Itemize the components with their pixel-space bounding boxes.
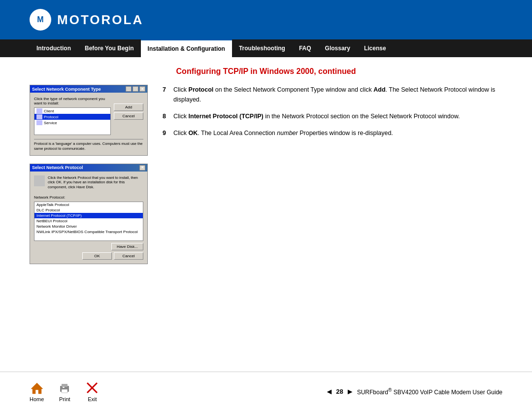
protocol-icon (36, 114, 42, 119)
list-item-protocol[interactable]: Protocol (34, 114, 110, 120)
client-label: Client (44, 109, 54, 113)
motorola-symbol: M (30, 9, 51, 31)
netmonitor-item[interactable]: Network Monitor Driver (34, 224, 143, 229)
nav-item-installation[interactable]: Installation & Configuration (141, 39, 232, 57)
step-7-text: Click Protocol on the Select Network Com… (173, 85, 502, 104)
svg-marker-2 (31, 383, 43, 394)
prev-page-arrow[interactable]: ◄ (326, 387, 333, 396)
guide-title: SURFboard® SBV4200 VoIP Cable Modem User… (357, 387, 502, 396)
dlc-label: DLC Protocol (36, 208, 60, 212)
motorola-logo: M MOTOROLA (30, 9, 143, 31)
dialog2-protocol-label: Network Protocol: (34, 195, 143, 200)
dialog-network-component: Select Network Component Type _ □ ✕ Clic… (30, 85, 148, 156)
page-number: 28 (336, 388, 343, 395)
dialog1-title: Select Network Component Type (32, 87, 101, 92)
nav-item-introduction[interactable]: Introduction (30, 39, 78, 57)
have-disk-button[interactable]: Have Disk... (111, 243, 143, 250)
page-title: Configuring TCP/IP in Windows 2000, cont… (30, 67, 502, 76)
print-nav-item[interactable]: Print (58, 381, 71, 402)
next-page-arrow[interactable]: ► (346, 387, 354, 396)
dialog1-listbox[interactable]: Client Protocol Service (34, 107, 111, 135)
nav-item-troubleshooting[interactable]: Troubleshooting (232, 39, 292, 57)
print-icon (58, 381, 71, 395)
netmonitor-label: Network Monitor Driver (36, 224, 77, 229)
footer: Home Print (0, 372, 532, 411)
svg-rect-5 (62, 389, 67, 393)
dlc-item[interactable]: DLC Protocol (34, 207, 143, 213)
print-label: Print (59, 396, 70, 402)
nav-item-faq[interactable]: FAQ (292, 39, 318, 57)
dialog2-info: Click the Network Protocol that you want… (48, 175, 143, 190)
header: M MOTOROLA (0, 0, 532, 39)
step-8-text: Click Internet Protocol (TCP/IP) in the … (173, 111, 502, 121)
home-icon (30, 381, 44, 395)
dialog1-label: Click the type of network component you … (34, 97, 111, 105)
dialog2-cancel-button[interactable]: Cancel (114, 252, 143, 260)
svg-rect-6 (63, 387, 65, 388)
add-button[interactable]: Add (114, 103, 143, 111)
nav-item-before-you-begin[interactable]: Before You Begin (78, 39, 141, 57)
guide-model-text: SBV4200 VoIP Cable Modem User Guide (394, 389, 502, 396)
svg-rect-4 (62, 384, 67, 387)
home-nav-item[interactable]: Home (30, 381, 44, 402)
dialog2-close-button[interactable]: ✕ (139, 165, 145, 171)
list-item-service[interactable]: Service (34, 120, 110, 126)
nav-item-license[interactable]: License (357, 39, 393, 57)
service-label: Service (44, 121, 57, 125)
exit-icon (85, 381, 99, 395)
step-8: 8 Click Internet Protocol (TCP/IP) in th… (163, 111, 502, 121)
motorola-logo-text: MOTOROLA (57, 12, 143, 28)
screenshots-column: Select Network Component Type _ □ ✕ Clic… (30, 85, 148, 363)
dialog1-body: Click the type of network component you … (30, 93, 147, 155)
nwlink-label: NWLink IPX/SPX/NetBIOS Compatible Transp… (36, 230, 137, 234)
nav-item-glossary[interactable]: Glossary (318, 39, 357, 57)
client-icon (36, 108, 42, 113)
dialog2-title: Select Network Protocol (32, 165, 83, 170)
svg-text:M: M (37, 15, 43, 24)
appletalk-item[interactable]: AppleTalk Protocol (34, 202, 143, 207)
dialog2-listbox[interactable]: AppleTalk Protocol DLC Protocol Internet… (34, 202, 143, 241)
surfboard-text: SURFboard (357, 389, 388, 396)
main-content: Select Network Component Type _ □ ✕ Clic… (30, 85, 502, 363)
netbeui-item[interactable]: NetBEUI Protocol (34, 218, 143, 224)
dialog2-titlebar: Select Network Protocol ✕ (30, 164, 147, 171)
netbeui-label: NetBEUI Protocol (36, 219, 67, 223)
tcpip-item[interactable]: Internet Protocol (TCP/IP) (34, 213, 143, 218)
footer-nav-icons: Home Print (30, 381, 128, 402)
list-item-client[interactable]: Client (34, 108, 110, 114)
step-7: 7 Click Protocol on the Select Network C… (163, 85, 502, 104)
nwlink-item[interactable]: NWLink IPX/SPX/NetBIOS Compatible Transp… (34, 229, 143, 235)
exit-label: Exit (88, 396, 97, 402)
dialog-network-protocol: Select Network Protocol ✕ Click the Netw… (30, 164, 148, 264)
dialog1-description: Protocol is a 'language' a computer uses… (34, 139, 143, 151)
minimize-button[interactable]: _ (126, 86, 132, 92)
dialog2-icon (34, 175, 45, 186)
ok-button[interactable]: OK (82, 252, 112, 260)
dialog2-body: Click the Network Protocol that you want… (30, 171, 147, 264)
tcpip-label: Internet Protocol (TCP/IP) (36, 213, 82, 218)
close-button[interactable]: ✕ (139, 86, 145, 92)
appletalk-label: AppleTalk Protocol (36, 203, 69, 207)
home-label: Home (30, 396, 44, 402)
registered-mark: ® (388, 387, 392, 393)
step-8-num: 8 (163, 111, 169, 121)
content-area: Configuring TCP/IP in Windows 2000, cont… (0, 57, 532, 368)
protocol-label: Protocol (44, 115, 58, 119)
service-icon (36, 120, 42, 125)
have-disk-container: Have Disk... (34, 243, 143, 250)
dialog2-window-controls: ✕ (139, 165, 145, 171)
dialog1-titlebar: Select Network Component Type _ □ ✕ (30, 85, 147, 93)
step-9: 9 Click OK. The Local Area Connection nu… (163, 128, 502, 138)
instructions-column: 7 Click Protocol on the Select Network C… (163, 85, 502, 363)
exit-nav-item[interactable]: Exit (85, 381, 99, 402)
maximize-button[interactable]: □ (133, 86, 138, 92)
dialog1-window-controls: _ □ ✕ (126, 86, 145, 92)
step-9-text: Click OK. The Local Area Connection numb… (173, 128, 502, 138)
step-9-num: 9 (163, 128, 169, 138)
step-7-num: 7 (163, 85, 169, 104)
page-wrapper: M MOTOROLA Introduction Before You Begin… (0, 0, 532, 411)
nav-bar: Introduction Before You Begin Installati… (0, 39, 532, 57)
dialog2-footer-buttons: OK Cancel (34, 252, 143, 260)
footer-page-info: ◄ 28 ► SURFboard® SBV4200 VoIP Cable Mod… (128, 387, 502, 396)
cancel-button[interactable]: Cancel (114, 112, 143, 120)
